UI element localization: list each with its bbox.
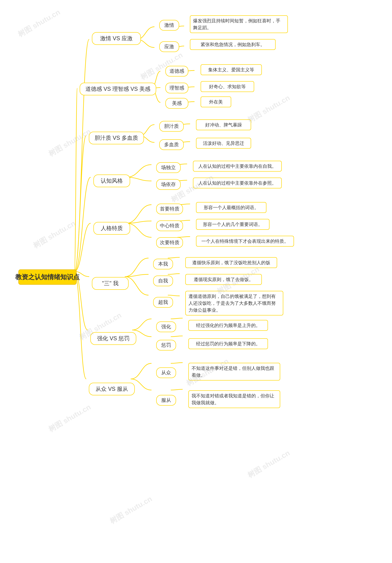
sec1-level2-2: 美感 [165, 98, 188, 109]
sec5-level3-1: 遵循现实原则，饿了去做饭。 [185, 274, 262, 285]
sec5-level1: "三" 我 [92, 277, 129, 290]
sec6-level3-0: 经过强化的行为频率是上升的。 [188, 320, 268, 331]
sec7-level3-0: 不知道这件事对还是错，但别人做我也跟着做。 [188, 363, 280, 381]
sec5-level2-2: 超我 [153, 297, 173, 308]
sec7-level2-1: 服从 [156, 395, 176, 406]
sec5-level3-0: 遵循快乐原则，饿了没饭吃抢别人的饭 [185, 257, 277, 268]
sec0-level2-1: 应激 [159, 41, 179, 52]
sec3-level3-1: 人在认知的过程中主要依靠外在参照。 [193, 178, 282, 188]
sec6-level2-0: 强化 [156, 321, 176, 332]
sec3-level2-1: 场依存 [156, 179, 181, 190]
sec5-level2-1: 自我 [153, 276, 173, 286]
sec6-level1: 强化 VS 惩罚 [90, 332, 136, 345]
sec5-level2-0: 本我 [153, 259, 173, 269]
sec2-level2-0: 胆汁质 [159, 121, 184, 132]
sec0-level3-1: 紧张和危急情况，例如急刹车。 [190, 39, 276, 50]
sec2-level3-0: 好冲动、脾气暴躁 [196, 119, 251, 130]
sec1-level2-1: 理智感 [165, 83, 188, 93]
sec3-level1: 认知风格 [93, 175, 130, 187]
sec6-level3-1: 经过惩罚的行为频率是下降的。 [188, 338, 268, 349]
sec7-level3-1: 我不知道对错或者我知道是错的，但你让我做我就做。 [188, 390, 280, 408]
sec4-level1: 人格特质 [93, 222, 130, 235]
sec4-level3-1: 形容一个人的几个重要词语。 [196, 219, 270, 230]
sec1-level3-2: 外在美 [201, 96, 231, 107]
sec4-level3-2: 一个人在特殊情境下才会表现出来的特质。 [196, 236, 294, 247]
sec3-level2-0: 场独立 [156, 162, 181, 173]
sec7-level1: 从众 VS 服从 [89, 383, 135, 395]
mindmap: 教资之认知情绪知识点 激情 VS 应激激情爆发强烈且持续时间短暂，例如狂喜时，手… [6, 6, 386, 557]
root-node: 教资之认知情绪知识点 [18, 269, 77, 285]
sec4-level2-2: 次要特质 [156, 237, 183, 248]
sec5-level3-2: 遵循道德原则，自己的饿被满足了，想到有人还没饭吃，于是去为了大多数人不饿而努力做… [185, 291, 283, 316]
main-container: 教资之认知情绪知识点 激情 VS 应激激情爆发强烈且持续时间短暂，例如狂喜时，手… [0, 0, 392, 563]
sec3-level3-0: 人在认知的过程中主要依靠内在自我。 [193, 161, 282, 172]
sec1-level3-0: 集体主义、爱国主义等 [201, 64, 262, 75]
sec2-level2-1: 多血质 [159, 139, 184, 150]
sec6-level2-1: 惩罚 [156, 340, 176, 351]
sec4-level2-0: 首要特质 [156, 204, 183, 214]
sec2-level3-1: 活泼好动、见异思迁 [196, 138, 251, 149]
sec1-level3-1: 好奇心、求知欲等 [201, 81, 254, 92]
sec2-level1: 胆汁质 VS 多血质 [89, 132, 144, 144]
sec7-level2-0: 从众 [156, 367, 176, 378]
sec0-level2-0: 激情 [159, 20, 179, 31]
sec1-level1: 道德感 VS 理智感 VS 美感 [80, 83, 156, 95]
sec4-level2-1: 中心特质 [156, 220, 183, 231]
sec0-level1: 激情 VS 应激 [92, 32, 141, 45]
sec0-level3-0: 爆发强烈且持续时间短暂，例如狂喜时，手舞足蹈。 [190, 15, 288, 33]
sec4-level3-0: 形容一个人最概括的词语。 [196, 202, 266, 213]
root-label: 教资之认知情绪知识点 [15, 273, 80, 281]
sec1-level2-0: 道德感 [165, 66, 188, 77]
